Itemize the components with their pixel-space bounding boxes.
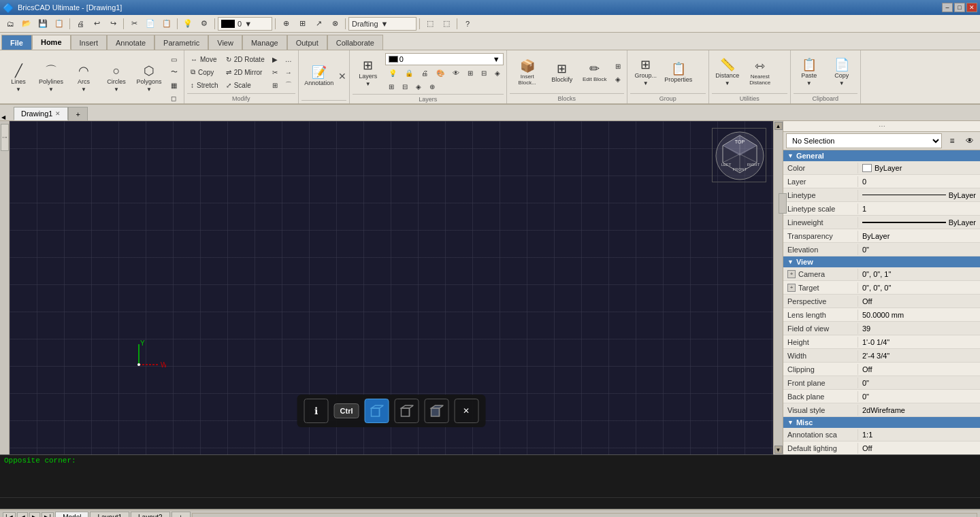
layer-dropdown-arrow[interactable]: ▼ [493, 55, 500, 63]
layer-btn10[interactable]: ⊟ [399, 80, 411, 93]
misc-section-header[interactable]: ▼ Misc [783, 417, 980, 428]
polygons-dropdown[interactable]: ▼ [146, 86, 152, 93]
settings-button[interactable]: ⚙ [197, 17, 212, 31]
undo-button[interactable]: ↩ [89, 17, 104, 31]
copy-ribbon-button[interactable]: 📄 Copy ▼ [826, 54, 858, 92]
target-expand[interactable]: + [787, 284, 796, 292]
2d-view-button[interactable] [364, 399, 389, 423]
layer-btn8[interactable]: ◈ [491, 67, 504, 79]
close-button[interactable]: ✕ [966, 3, 977, 12]
left-panel-toggle[interactable]: ⋮ [1, 124, 9, 151]
annotation-button[interactable]: 📝 Annotation [301, 57, 337, 95]
new-file-button[interactable]: 🗂 [3, 17, 18, 31]
copy-button2[interactable]: 📄 [143, 17, 158, 31]
layout-tab-layout2[interactable]: Layout2 [131, 512, 170, 518]
tab-annotate[interactable]: Annotate [107, 35, 154, 50]
properties-button[interactable]: 📋 Properties [663, 54, 694, 92]
print-button[interactable]: 🖨 [73, 17, 88, 31]
save-button[interactable]: 💾 [35, 17, 50, 31]
paste-button[interactable]: 📋 Paste ▼ [794, 54, 825, 92]
back-plane-value[interactable]: 0" [858, 391, 980, 402]
info-button[interactable]: ℹ [304, 399, 329, 423]
panel-toggle2[interactable]: ⬚ [439, 17, 454, 31]
blockify-button[interactable]: ⊞ Blockify [546, 54, 578, 92]
edit-block-button[interactable]: ✏ Edit Block [579, 54, 610, 92]
insert-block-button[interactable]: 📦 Insert Block... [510, 54, 545, 92]
cut-button[interactable]: ✂ [127, 17, 142, 31]
panel-toggle[interactable]: ⬚ [423, 17, 438, 31]
layout-tab-layout1[interactable]: Layout1 [90, 512, 129, 518]
tab-insert[interactable]: Insert [71, 35, 108, 50]
fillet-button[interactable]: ⌒ [282, 79, 295, 91]
layout-tab-new[interactable]: + [172, 512, 191, 518]
trim-button[interactable]: ✂ [269, 66, 281, 78]
rotate-button[interactable]: ↻2D Rotate [223, 53, 268, 65]
layout-nav-next[interactable]: ▶ [29, 512, 40, 517]
group-button[interactable]: ⊞ Group... ▼ [630, 54, 662, 92]
save-as-button[interactable]: 📋 [52, 17, 67, 31]
stretch-button[interactable]: ↕Stretch [187, 79, 222, 91]
camera-value[interactable]: 0", 0", 1" [858, 269, 980, 280]
drawing-tab-new[interactable]: + [68, 107, 87, 120]
nav-cube[interactable]: TOP LEFT RIGHT FRONT [712, 128, 766, 182]
spline-button[interactable]: 〜 [167, 66, 181, 78]
front-plane-value[interactable]: 0" [858, 378, 980, 388]
more-modify-button[interactable]: … [282, 53, 295, 65]
color-value[interactable]: ByLayer [858, 163, 980, 173]
paste-button2[interactable]: 📋 [159, 17, 174, 31]
open-file-button[interactable]: 📂 [19, 17, 34, 31]
target-value[interactable]: 0", 0", 0" [858, 282, 980, 293]
width-value[interactable]: 2'-4 3/4" [858, 350, 980, 361]
props-resize-handle[interactable]: ⋯ [783, 121, 980, 132]
fov-value[interactable]: 39 [858, 323, 980, 334]
move-button[interactable]: ↔Move [187, 53, 222, 65]
view-section-header[interactable]: ▼ View [783, 256, 980, 267]
ctrl-button[interactable]: Ctrl [334, 403, 359, 418]
rectangle-button[interactable]: ▭ [167, 53, 181, 65]
close-panel-icon[interactable]: ✕ [338, 71, 346, 82]
layer-btn5[interactable]: 👁 [449, 67, 463, 79]
scroll-thumb[interactable] [779, 193, 787, 214]
tab-output[interactable]: Output [287, 35, 327, 50]
lines-dropdown[interactable]: ▼ [16, 86, 21, 93]
mirror-button[interactable]: ⇌2D Mirror [223, 66, 268, 78]
distance-button[interactable]: 📏 Distance ▼ [712, 54, 743, 92]
layer-btn2[interactable]: 🔒 [402, 67, 416, 79]
drawing-viewport[interactable]: TOP LEFT RIGHT FRONT Y W ℹ Ctrl [10, 121, 773, 454]
copy-dropdown[interactable]: ▼ [839, 80, 845, 86]
tab-parametric[interactable]: Parametric [154, 35, 208, 50]
layers-dropdown[interactable]: ▼ [365, 81, 371, 87]
layer-btn3[interactable]: 🖨 [418, 67, 431, 79]
layers-button[interactable]: ⊞ Layers ▼ [353, 54, 384, 92]
region-button[interactable]: ◻ [167, 92, 181, 104]
wireframe-button[interactable] [394, 399, 419, 423]
linetype-scale-value[interactable]: 1 [858, 203, 980, 214]
color-picker[interactable]: 0 ▼ [218, 17, 272, 31]
help-button[interactable]: ? [460, 17, 475, 31]
layer-btn6[interactable]: ⊞ [464, 67, 476, 79]
circles-button[interactable]: ○ Circles ▼ [101, 60, 132, 98]
transparency-value[interactable]: ByLayer [858, 231, 980, 241]
maximize-button[interactable]: □ [954, 3, 965, 12]
selection-dropdown[interactable]: No Selection [786, 133, 942, 148]
tab-manage[interactable]: Manage [242, 35, 287, 50]
height-value[interactable]: 1'-0 1/4" [858, 337, 980, 348]
command-input-field[interactable] [4, 499, 976, 507]
tab-view[interactable]: View [208, 35, 242, 50]
polylines-dropdown[interactable]: ▼ [48, 86, 54, 93]
default-lighting-value[interactable]: Off [858, 443, 980, 454]
layout-nav-first[interactable]: |◀ [3, 512, 16, 517]
minimize-button[interactable]: – [942, 3, 953, 12]
arcs-dropdown[interactable]: ▼ [81, 86, 86, 93]
left-arrow-icon[interactable]: ◀ [1, 114, 5, 120]
hatch-button[interactable]: ▦ [167, 79, 181, 91]
distance-dropdown[interactable]: ▼ [725, 80, 730, 86]
bottom-scrollbar[interactable] [192, 513, 978, 518]
paste-dropdown[interactable]: ▼ [806, 80, 812, 86]
scale-button[interactable]: ⤢Scale [223, 79, 268, 91]
circles-dropdown[interactable]: ▼ [114, 86, 119, 93]
layer-btn1[interactable]: 💡 [385, 67, 400, 79]
nearest-distance-button[interactable]: ⇿ Nearest Distance [745, 54, 776, 92]
extend-button[interactable]: → [282, 66, 295, 78]
eye-icon-button[interactable]: 👁 [962, 133, 977, 148]
